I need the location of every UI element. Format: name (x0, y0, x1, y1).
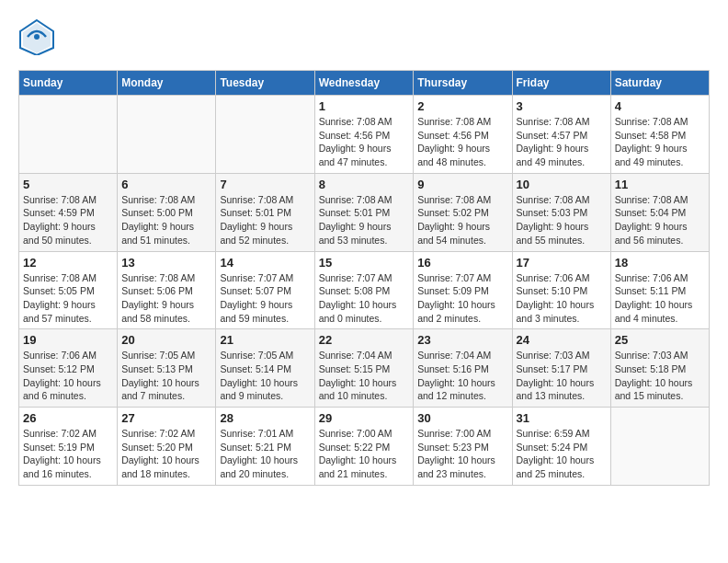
day-number: 19 (23, 333, 113, 347)
calendar-cell: 29Sunrise: 7:00 AM Sunset: 5:22 PM Dayli… (314, 408, 414, 486)
day-info: Sunrise: 7:06 AM Sunset: 5:11 PM Dayligh… (615, 271, 705, 326)
calendar-cell: 1Sunrise: 7:08 AM Sunset: 4:56 PM Daylig… (314, 96, 414, 174)
day-info: Sunrise: 7:08 AM Sunset: 5:03 PM Dayligh… (517, 193, 607, 247)
day-info: Sunrise: 7:08 AM Sunset: 5:02 PM Dayligh… (417, 193, 507, 247)
day-info: Sunrise: 7:04 AM Sunset: 5:16 PM Dayligh… (417, 349, 507, 403)
day-number: 4 (615, 99, 705, 113)
calendar-cell: 30Sunrise: 7:00 AM Sunset: 5:23 PM Dayli… (414, 408, 512, 486)
day-number: 26 (23, 411, 113, 425)
day-info: Sunrise: 7:00 AM Sunset: 5:23 PM Dayligh… (417, 427, 507, 481)
day-number: 20 (121, 333, 211, 347)
weekday-header: Saturday (610, 71, 709, 96)
weekday-header: Monday (118, 71, 216, 96)
day-info: Sunrise: 7:01 AM Sunset: 5:21 PM Dayligh… (220, 427, 310, 481)
calendar-cell: 20Sunrise: 7:05 AM Sunset: 5:13 PM Dayli… (118, 329, 216, 408)
day-number: 18 (615, 256, 705, 270)
calendar-cell: 6Sunrise: 7:08 AM Sunset: 5:00 PM Daylig… (118, 173, 216, 251)
day-info: Sunrise: 7:08 AM Sunset: 4:57 PM Dayligh… (517, 115, 607, 169)
day-number: 16 (417, 256, 507, 270)
day-number: 22 (319, 333, 410, 347)
day-number: 28 (220, 411, 310, 425)
calendar-week-row: 1Sunrise: 7:08 AM Sunset: 4:56 PM Daylig… (19, 96, 710, 174)
day-number: 10 (517, 178, 607, 191)
day-number: 23 (417, 333, 507, 347)
calendar-week-row: 5Sunrise: 7:08 AM Sunset: 4:59 PM Daylig… (19, 173, 710, 251)
calendar-cell: 24Sunrise: 7:03 AM Sunset: 5:17 PM Dayli… (512, 329, 610, 408)
day-info: Sunrise: 7:04 AM Sunset: 5:15 PM Dayligh… (319, 349, 410, 403)
day-info: Sunrise: 7:08 AM Sunset: 5:05 PM Dayligh… (23, 271, 113, 326)
calendar-cell: 23Sunrise: 7:04 AM Sunset: 5:16 PM Dayli… (414, 329, 512, 408)
day-info: Sunrise: 7:07 AM Sunset: 5:09 PM Dayligh… (417, 271, 507, 326)
day-info: Sunrise: 7:08 AM Sunset: 5:00 PM Dayligh… (121, 193, 211, 247)
day-number: 3 (517, 99, 607, 113)
day-number: 15 (319, 256, 410, 270)
calendar-cell: 4Sunrise: 7:08 AM Sunset: 4:58 PM Daylig… (610, 96, 709, 174)
calendar-cell (216, 96, 314, 174)
day-number: 5 (23, 178, 113, 191)
logo (18, 18, 61, 55)
calendar-week-row: 12Sunrise: 7:08 AM Sunset: 5:05 PM Dayli… (19, 251, 710, 329)
day-info: Sunrise: 7:08 AM Sunset: 4:58 PM Dayligh… (615, 115, 705, 169)
day-info: Sunrise: 7:02 AM Sunset: 5:19 PM Dayligh… (23, 427, 113, 481)
day-number: 6 (121, 178, 211, 191)
weekday-header: Thursday (414, 71, 512, 96)
calendar-cell: 28Sunrise: 7:01 AM Sunset: 5:21 PM Dayli… (216, 408, 314, 486)
page-header (18, 18, 710, 55)
calendar: SundayMondayTuesdayWednesdayThursdayFrid… (18, 70, 710, 486)
calendar-cell: 18Sunrise: 7:06 AM Sunset: 5:11 PM Dayli… (610, 251, 709, 329)
calendar-week-row: 19Sunrise: 7:06 AM Sunset: 5:12 PM Dayli… (19, 329, 710, 408)
day-number: 8 (319, 178, 410, 191)
day-info: Sunrise: 7:08 AM Sunset: 5:06 PM Dayligh… (121, 271, 211, 326)
calendar-cell: 31Sunrise: 6:59 AM Sunset: 5:24 PM Dayli… (512, 408, 610, 486)
day-number: 9 (417, 178, 507, 191)
calendar-cell: 27Sunrise: 7:02 AM Sunset: 5:20 PM Dayli… (118, 408, 216, 486)
calendar-cell: 2Sunrise: 7:08 AM Sunset: 4:56 PM Daylig… (414, 96, 512, 174)
day-info: Sunrise: 7:07 AM Sunset: 5:08 PM Dayligh… (319, 271, 410, 326)
svg-point-2 (34, 34, 40, 40)
day-number: 14 (220, 256, 310, 270)
day-number: 31 (517, 411, 607, 425)
calendar-cell (610, 408, 709, 486)
day-info: Sunrise: 7:03 AM Sunset: 5:17 PM Dayligh… (517, 349, 607, 403)
calendar-header-row: SundayMondayTuesdayWednesdayThursdayFrid… (19, 71, 710, 96)
day-info: Sunrise: 7:08 AM Sunset: 5:01 PM Dayligh… (319, 193, 410, 247)
day-info: Sunrise: 6:59 AM Sunset: 5:24 PM Dayligh… (517, 427, 607, 481)
calendar-cell: 7Sunrise: 7:08 AM Sunset: 5:01 PM Daylig… (216, 173, 314, 251)
calendar-cell: 10Sunrise: 7:08 AM Sunset: 5:03 PM Dayli… (512, 173, 610, 251)
day-number: 12 (23, 256, 113, 270)
weekday-header: Friday (512, 71, 610, 96)
day-info: Sunrise: 7:02 AM Sunset: 5:20 PM Dayligh… (121, 427, 211, 481)
day-info: Sunrise: 7:08 AM Sunset: 4:56 PM Dayligh… (417, 115, 507, 169)
calendar-cell: 13Sunrise: 7:08 AM Sunset: 5:06 PM Dayli… (118, 251, 216, 329)
weekday-header: Tuesday (216, 71, 314, 96)
calendar-cell: 19Sunrise: 7:06 AM Sunset: 5:12 PM Dayli… (19, 329, 118, 408)
day-info: Sunrise: 7:06 AM Sunset: 5:12 PM Dayligh… (23, 349, 113, 403)
day-info: Sunrise: 7:05 AM Sunset: 5:13 PM Dayligh… (121, 349, 211, 403)
day-number: 27 (121, 411, 211, 425)
day-number: 13 (121, 256, 211, 270)
day-number: 21 (220, 333, 310, 347)
day-number: 29 (319, 411, 410, 425)
day-info: Sunrise: 7:00 AM Sunset: 5:22 PM Dayligh… (319, 427, 410, 481)
calendar-cell: 14Sunrise: 7:07 AM Sunset: 5:07 PM Dayli… (216, 251, 314, 329)
calendar-cell: 11Sunrise: 7:08 AM Sunset: 5:04 PM Dayli… (610, 173, 709, 251)
day-info: Sunrise: 7:08 AM Sunset: 5:01 PM Dayligh… (220, 193, 310, 247)
logo-icon (18, 18, 55, 55)
calendar-cell: 9Sunrise: 7:08 AM Sunset: 5:02 PM Daylig… (414, 173, 512, 251)
calendar-cell: 12Sunrise: 7:08 AM Sunset: 5:05 PM Dayli… (19, 251, 118, 329)
calendar-cell: 8Sunrise: 7:08 AM Sunset: 5:01 PM Daylig… (314, 173, 414, 251)
weekday-header: Wednesday (314, 71, 414, 96)
calendar-cell: 17Sunrise: 7:06 AM Sunset: 5:10 PM Dayli… (512, 251, 610, 329)
calendar-cell (118, 96, 216, 174)
day-number: 24 (517, 333, 607, 347)
day-number: 17 (517, 256, 607, 270)
weekday-header: Sunday (19, 71, 118, 96)
calendar-week-row: 26Sunrise: 7:02 AM Sunset: 5:19 PM Dayli… (19, 408, 710, 486)
day-info: Sunrise: 7:08 AM Sunset: 4:59 PM Dayligh… (23, 193, 113, 247)
day-number: 30 (417, 411, 507, 425)
day-info: Sunrise: 7:08 AM Sunset: 4:56 PM Dayligh… (319, 115, 410, 169)
calendar-cell: 3Sunrise: 7:08 AM Sunset: 4:57 PM Daylig… (512, 96, 610, 174)
day-info: Sunrise: 7:03 AM Sunset: 5:18 PM Dayligh… (615, 349, 705, 403)
calendar-cell (19, 96, 118, 174)
day-info: Sunrise: 7:05 AM Sunset: 5:14 PM Dayligh… (220, 349, 310, 403)
